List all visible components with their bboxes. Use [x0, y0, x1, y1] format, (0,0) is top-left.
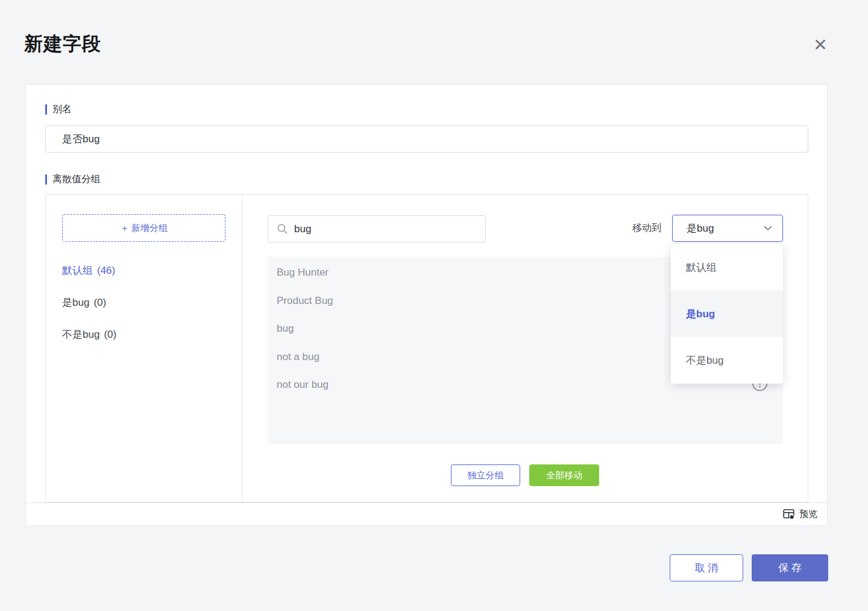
cancel-button[interactable]: 取 消	[670, 554, 743, 581]
save-button[interactable]: 保 存	[752, 554, 828, 581]
group-item-default[interactable]: 默认组 (46)	[62, 263, 225, 278]
new-field-dialog: 新建字段 ✕ 别名 离散值分组 ＋ 新增分组 默认组 (46) 是bug (0)	[0, 0, 868, 611]
preview-label: 预览	[799, 508, 817, 520]
move-all-button[interactable]: 全部移动	[529, 464, 599, 486]
move-to-selected-value: 是bug	[687, 221, 714, 235]
chevron-down-icon	[764, 226, 772, 231]
value-search-box	[268, 215, 486, 242]
move-to-label: 移动到	[632, 222, 661, 235]
group-count: (0)	[104, 327, 116, 342]
card-footer: 预览	[26, 502, 827, 525]
group-item-notbug[interactable]: 不是bug (0)	[62, 327, 225, 342]
alias-input[interactable]	[45, 125, 808, 153]
move-to-select[interactable]: 是bug	[672, 215, 783, 242]
group-name: 是bug	[62, 295, 89, 310]
alias-label-text: 别名	[52, 103, 72, 116]
grouping-label-text: 离散值分组	[52, 173, 101, 186]
grouping-section-label: 离散值分组	[45, 173, 101, 186]
search-icon	[277, 223, 288, 235]
group-list: 默认组 (46) 是bug (0) 不是bug (0)	[62, 263, 225, 342]
group-item-isbug[interactable]: 是bug (0)	[62, 295, 225, 310]
section-marker	[45, 174, 47, 185]
add-group-button[interactable]: ＋ 新增分组	[62, 214, 225, 242]
search-input[interactable]	[294, 223, 485, 235]
alias-section-label: 别名	[45, 103, 72, 116]
dropdown-option-isbug[interactable]: 是bug	[671, 291, 783, 337]
dropdown-option-notbug[interactable]: 不是bug	[671, 337, 783, 384]
group-name: 不是bug	[62, 327, 99, 342]
group-count: (0)	[93, 295, 106, 310]
table-preview-icon	[783, 508, 795, 520]
panel-divider	[242, 195, 242, 502]
section-marker	[45, 104, 47, 115]
close-icon[interactable]: ✕	[809, 33, 832, 56]
dialog-title: 新建字段	[24, 31, 101, 57]
group-name: 默认组	[62, 263, 93, 278]
dropdown-option-default[interactable]: 默认组	[671, 244, 783, 291]
preview-button[interactable]: 预览	[783, 508, 817, 520]
standalone-group-button[interactable]: 独立分组	[451, 464, 520, 486]
move-to-dropdown-menu: 默认组 是bug 不是bug	[671, 244, 783, 384]
group-count: (46)	[97, 263, 115, 278]
